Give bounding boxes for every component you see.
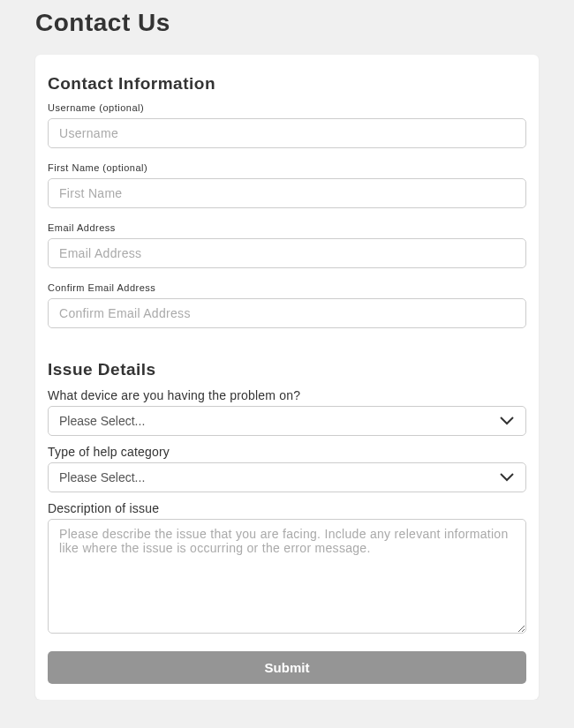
category-label: Type of help category [48,445,526,459]
username-input[interactable] [48,118,526,148]
email-group: Email Address [48,222,526,268]
description-label: Description of issue [48,501,526,515]
device-label: What device are you having the problem o… [48,388,526,402]
email-label: Email Address [48,222,526,233]
device-select-wrapper: Please Select... [48,406,526,436]
contact-form-card: Contact Information Username (optional) … [35,55,539,700]
first-name-label: First Name (optional) [48,162,526,173]
issue-details-section: Issue Details What device are you having… [48,360,526,637]
username-label: Username (optional) [48,102,526,113]
issue-details-heading: Issue Details [48,360,526,379]
submit-button[interactable]: Submit [48,651,526,684]
description-textarea[interactable] [48,519,526,634]
confirm-email-input[interactable] [48,298,526,328]
contact-info-heading: Contact Information [48,74,526,94]
first-name-group: First Name (optional) [48,162,526,208]
device-group: What device are you having the problem o… [48,388,526,436]
email-input[interactable] [48,238,526,268]
category-select-wrapper: Please Select... [48,462,526,492]
category-group: Type of help category Please Select... [48,445,526,492]
page-title: Contact Us [35,0,539,55]
description-group: Description of issue [48,501,526,637]
confirm-email-group: Confirm Email Address [48,282,526,328]
username-group: Username (optional) [48,102,526,148]
confirm-email-label: Confirm Email Address [48,282,526,293]
category-select[interactable]: Please Select... [48,462,526,492]
device-select[interactable]: Please Select... [48,406,526,436]
first-name-input[interactable] [48,178,526,208]
